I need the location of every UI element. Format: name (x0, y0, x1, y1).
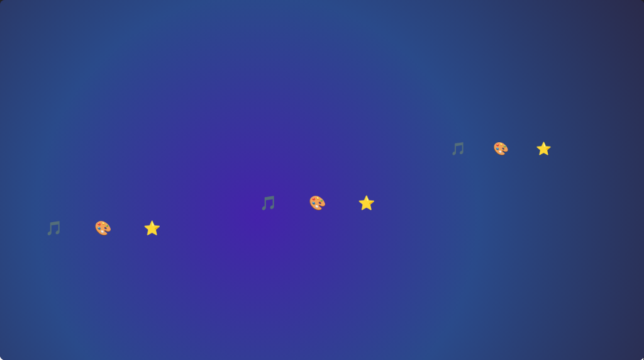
scenes-color-emoji: 🎨 (493, 141, 509, 156)
scenes-scenes-item: ⭐ Scenes (525, 130, 562, 176)
scenes-emoji-1: ⭐ (143, 220, 160, 237)
color-emoji-1: 🎨 (94, 220, 111, 237)
music-emoji-2: 🎵 (260, 195, 277, 211)
scenes-scenes-emoji: ⭐ (536, 141, 552, 156)
scenes-music-emoji: 🎵 (450, 141, 466, 156)
music-emoji-1: 🎵 (45, 220, 62, 237)
scenes-scenes-button[interactable]: ⭐ (525, 130, 562, 167)
scenes-mode-row: 🎵 Music 🎨 Color ⭐ Scenes (429, 128, 643, 177)
color-emoji-2: 🎨 (309, 195, 326, 211)
content-3: 🎵 Music 🎨 Color ⭐ Scenes Choose the l (429, 123, 643, 335)
scenes-emoji-2: ⭐ (358, 195, 375, 211)
phone-panel-3: NTT DOCOMO 📶 📡 🔋 16:31 ← ⋮ KJ65A8F ◯ (429, 0, 643, 360)
